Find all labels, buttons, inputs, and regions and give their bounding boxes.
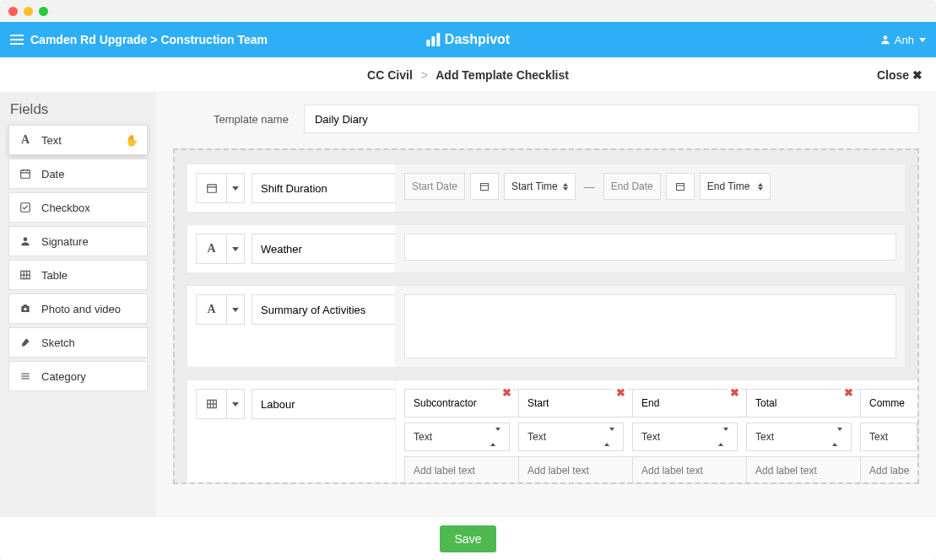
grab-icon: ✋: [125, 134, 138, 147]
caret-down-icon: [226, 389, 245, 419]
field-label: Signature: [41, 235, 89, 248]
breadcrumb-team: Construction Team: [160, 33, 268, 46]
subheader: CC Civil > Add Template Checklist Close …: [0, 57, 936, 93]
caret-down-icon: [226, 294, 245, 325]
end-time-select[interactable]: End Time: [700, 173, 771, 200]
remove-column-button[interactable]: ✖: [614, 389, 627, 399]
field-label: Category: [41, 370, 86, 383]
svg-point-0: [884, 35, 888, 40]
field-type-text[interactable]: A Text ✋: [8, 125, 148, 155]
field-label: Table: [41, 269, 68, 282]
block-type-selector[interactable]: [196, 389, 245, 419]
template-name-label: Template name: [214, 113, 289, 126]
start-date-input[interactable]: Start Date: [404, 173, 465, 200]
block-shift-duration[interactable]: Start Date Start Time — End Date End Tim…: [187, 164, 906, 213]
close-label: Close: [877, 68, 909, 82]
field-label: Text: [41, 134, 62, 147]
checkbox-icon: [18, 202, 33, 213]
sidebar-title: Fields: [8, 101, 148, 118]
caret-down-icon: [919, 38, 926, 42]
table-column[interactable]: ✖ Text: [632, 389, 738, 484]
field-type-table[interactable]: Table: [8, 260, 148, 290]
table-column[interactable]: Text: [860, 389, 917, 484]
column-type-select[interactable]: Text: [518, 423, 624, 451]
table-column[interactable]: ✖ Text: [746, 389, 852, 484]
remove-column-button[interactable]: ✖: [500, 389, 513, 399]
caret-down-icon: [226, 234, 245, 264]
column-type-select[interactable]: Text: [404, 423, 510, 451]
field-type-checkbox[interactable]: Checkbox: [8, 192, 148, 223]
field-label: Sketch: [41, 337, 75, 349]
svg-point-6: [24, 237, 28, 241]
camera-icon: [18, 303, 33, 315]
brand-name: Dashpivot: [445, 32, 510, 47]
calendar-icon: [18, 168, 33, 180]
block-labour[interactable]: ✖ Text ✖ Text: [187, 380, 906, 484]
end-date-input[interactable]: End Date: [603, 173, 661, 200]
remove-column-button[interactable]: ✖: [841, 389, 855, 399]
breadcrumb[interactable]: Camden Rd Upgrade > Construction Team: [30, 33, 268, 46]
svg-rect-17: [481, 184, 489, 191]
table-icon: [18, 269, 33, 281]
footer: Save: [0, 516, 936, 560]
window-max-dot[interactable]: [39, 7, 48, 16]
topbar: Camden Rd Upgrade > Construction Team Da…: [0, 22, 936, 57]
field-type-category[interactable]: Category: [8, 361, 148, 391]
table-icon: [196, 389, 226, 419]
breadcrumb-project: Camden Rd Upgrade: [30, 33, 147, 46]
person-icon: [18, 235, 33, 247]
save-button[interactable]: Save: [440, 525, 497, 552]
subheader-org: CC Civil: [367, 68, 413, 82]
breadcrumb-sep: >: [150, 33, 157, 46]
column-label-input[interactable]: [860, 456, 917, 484]
remove-column-button[interactable]: ✖: [728, 389, 741, 399]
table-column[interactable]: ✖ Text: [404, 389, 510, 484]
fields-sidebar: Fields A Text ✋ Date Checkbox Signatu: [0, 93, 156, 516]
text-icon: A: [196, 294, 226, 325]
start-date-picker[interactable]: [470, 173, 499, 200]
block-name-input[interactable]: [252, 234, 412, 264]
calendar-icon: [196, 173, 226, 203]
brand-logo[interactable]: Dashpivot: [426, 32, 510, 47]
subheader-sep: >: [416, 68, 433, 82]
close-button[interactable]: Close ✖: [877, 68, 922, 82]
end-date-picker[interactable]: [666, 173, 695, 200]
template-canvas[interactable]: Start Date Start Time — End Date End Tim…: [173, 148, 919, 484]
block-type-selector[interactable]: A: [196, 294, 245, 325]
field-label: Date: [41, 168, 64, 180]
field-type-date[interactable]: Date: [8, 159, 148, 189]
user-icon: [879, 34, 891, 46]
svg-rect-19: [676, 184, 684, 191]
table-column[interactable]: ✖ Text: [518, 389, 624, 484]
block-name-input[interactable]: [252, 389, 412, 419]
block-type-selector[interactable]: [196, 173, 245, 203]
user-menu[interactable]: Anh: [879, 34, 926, 46]
window-min-dot[interactable]: [24, 7, 33, 16]
text-icon: A: [196, 234, 226, 264]
column-type-select[interactable]: Text: [860, 423, 917, 451]
column-header-input[interactable]: [860, 389, 917, 417]
user-name: Anh: [895, 34, 914, 46]
weather-text-input[interactable]: [404, 234, 896, 261]
column-type-select[interactable]: Text: [746, 423, 852, 451]
menu-icon[interactable]: [10, 35, 24, 45]
start-time-select[interactable]: Start Time: [504, 173, 576, 200]
svg-point-11: [24, 308, 27, 311]
range-separator: —: [581, 180, 598, 193]
text-icon: A: [18, 133, 33, 147]
block-weather[interactable]: A: [187, 224, 906, 273]
field-type-photo[interactable]: Photo and video: [8, 293, 148, 324]
block-name-input[interactable]: [252, 294, 412, 325]
field-label: Photo and video: [41, 303, 121, 315]
column-type-select[interactable]: Text: [632, 423, 738, 451]
window-close-dot[interactable]: [8, 7, 18, 16]
block-summary[interactable]: A: [187, 285, 906, 368]
field-type-sketch[interactable]: Sketch: [8, 327, 148, 358]
template-name-input[interactable]: [304, 105, 919, 133]
brush-icon: [18, 337, 33, 348]
block-name-input[interactable]: [252, 173, 412, 203]
summary-text-input[interactable]: [404, 294, 896, 358]
block-type-selector[interactable]: A: [196, 234, 245, 264]
table-columns: ✖ Text ✖ Text: [404, 389, 917, 484]
field-type-signature[interactable]: Signature: [8, 226, 148, 256]
